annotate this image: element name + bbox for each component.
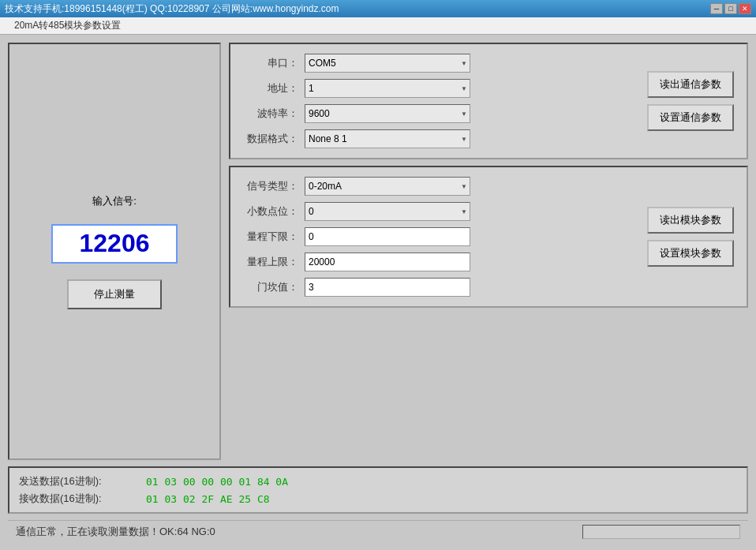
read-comms-button[interactable]: 读出通信参数	[647, 71, 734, 98]
signal-type-row: 信号类型： 0-20mA 4-20mA 0-10V 0-5V	[243, 177, 635, 196]
port-row: 串口： COM5 COM1 COM2 COM3 COM4 COM6	[243, 54, 635, 73]
baud-select[interactable]: 9600 1200 2400 4800 19200 38400 57600 11…	[305, 104, 470, 123]
recv-data-label: 接收数据(16进制):	[19, 492, 141, 506]
range-min-row: 量程下限：	[243, 227, 635, 246]
baud-row: 波特率： 9600 1200 2400 4800 19200 38400 576…	[243, 104, 635, 123]
set-comms-button[interactable]: 设置通信参数	[647, 104, 734, 131]
threshold-label: 门坎值：	[243, 280, 298, 294]
threshold-input[interactable]	[305, 278, 470, 297]
addr-row: 地址： 1 2 3	[243, 79, 635, 98]
data-format-select[interactable]: None 8 1 None 8 2 Even 8 1 Odd 8 1	[305, 129, 470, 148]
menu-title[interactable]: 20mA转485模块参数设置	[6, 17, 129, 34]
send-data-row: 发送数据(16进制): 01 03 00 00 00 01 84 0A	[19, 474, 737, 488]
baud-label: 波特率：	[243, 107, 298, 121]
range-min-label: 量程下限：	[243, 230, 298, 244]
addr-label: 地址：	[243, 81, 298, 95]
data-format-row: 数据格式： None 8 1 None 8 2 Even 8 1 Odd 8 1	[243, 129, 635, 148]
module-fields: 信号类型： 0-20mA 4-20mA 0-10V 0-5V	[243, 177, 635, 297]
signal-value: 12206	[80, 229, 150, 258]
main-content: 输入信号: 12206 停止测量 串口： COM	[0, 35, 756, 550]
range-max-row: 量程上限：	[243, 253, 635, 271]
set-module-button[interactable]: 设置模块参数	[647, 240, 734, 267]
right-panels: 串口： COM5 COM1 COM2 COM3 COM4 COM6	[229, 43, 748, 460]
port-label: 串口：	[243, 56, 298, 70]
left-panel: 输入信号: 12206 停止测量	[8, 43, 221, 460]
close-button[interactable]: ✕	[739, 3, 751, 14]
input-signal-label: 输入信号:	[92, 194, 137, 208]
decimal-row: 小数点位： 0 1 2 3	[243, 202, 635, 221]
data-format-select-wrapper: None 8 1 None 8 2 Even 8 1 Odd 8 1	[305, 129, 470, 148]
status-indicator	[582, 525, 740, 539]
module-panel-inner: 信号类型： 0-20mA 4-20mA 0-10V 0-5V	[243, 177, 734, 297]
decimal-select[interactable]: 0 1 2 3	[305, 202, 470, 221]
decimal-label: 小数点位：	[243, 204, 298, 219]
title-bar: 技术支持手机:18996151448(程工) QQ:10228907 公司网站:…	[0, 0, 756, 17]
comms-buttons: 读出通信参数 设置通信参数	[643, 54, 734, 148]
decimal-select-wrapper: 0 1 2 3	[305, 202, 470, 221]
minimize-button[interactable]: ─	[710, 3, 723, 14]
addr-select-wrapper: 1 2 3	[305, 79, 470, 98]
threshold-row: 门坎值：	[243, 278, 635, 297]
title-bar-title: 技术支持手机:18996151448(程工) QQ:10228907 公司网站:…	[5, 2, 710, 16]
data-format-label: 数据格式：	[243, 132, 298, 146]
port-select[interactable]: COM5 COM1 COM2 COM3 COM4 COM6	[305, 54, 470, 73]
signal-type-label: 信号类型：	[243, 179, 298, 193]
recv-data-value: 01 03 02 2F AE 25 C8	[146, 493, 270, 505]
title-bar-controls: ─ □ ✕	[710, 3, 751, 14]
top-section: 输入信号: 12206 停止测量 串口： COM	[8, 43, 748, 460]
send-data-value: 01 03 00 00 00 01 84 0A	[146, 476, 288, 488]
range-max-label: 量程上限：	[243, 255, 298, 269]
signal-label-text: 输入信号:	[92, 195, 137, 207]
port-select-wrapper: COM5 COM1 COM2 COM3 COM4 COM6	[305, 54, 470, 73]
menu-bar: 20mA转485模块参数设置	[0, 17, 756, 35]
data-section: 发送数据(16进制): 01 03 00 00 00 01 84 0A 接收数据…	[8, 466, 748, 514]
send-data-label: 发送数据(16进制):	[19, 474, 141, 488]
range-max-input[interactable]	[305, 253, 470, 271]
signal-type-select[interactable]: 0-20mA 4-20mA 0-10V 0-5V	[305, 177, 470, 196]
module-buttons: 读出模块参数 设置模块参数	[643, 177, 734, 297]
addr-select[interactable]: 1 2 3	[305, 79, 470, 98]
signal-value-display: 12206	[51, 224, 178, 264]
maximize-button[interactable]: □	[724, 3, 737, 14]
range-min-input[interactable]	[305, 227, 470, 246]
baud-select-wrapper: 9600 1200 2400 4800 19200 38400 57600 11…	[305, 104, 470, 123]
recv-data-row: 接收数据(16进制): 01 03 02 2F AE 25 C8	[19, 492, 737, 506]
read-module-button[interactable]: 读出模块参数	[647, 207, 734, 234]
status-text: 通信正常，正在读取测量数据！OK:64 NG:0	[16, 525, 215, 539]
stop-measure-button[interactable]: 停止测量	[67, 279, 162, 309]
status-bar: 通信正常，正在读取测量数据！OK:64 NG:0	[8, 520, 748, 542]
module-panel: 信号类型： 0-20mA 4-20mA 0-10V 0-5V	[229, 166, 748, 308]
signal-type-select-wrapper: 0-20mA 4-20mA 0-10V 0-5V	[305, 177, 470, 196]
comms-panel-inner: 串口： COM5 COM1 COM2 COM3 COM4 COM6	[243, 54, 734, 148]
comms-fields: 串口： COM5 COM1 COM2 COM3 COM4 COM6	[243, 54, 635, 148]
comms-panel: 串口： COM5 COM1 COM2 COM3 COM4 COM6	[229, 43, 748, 159]
